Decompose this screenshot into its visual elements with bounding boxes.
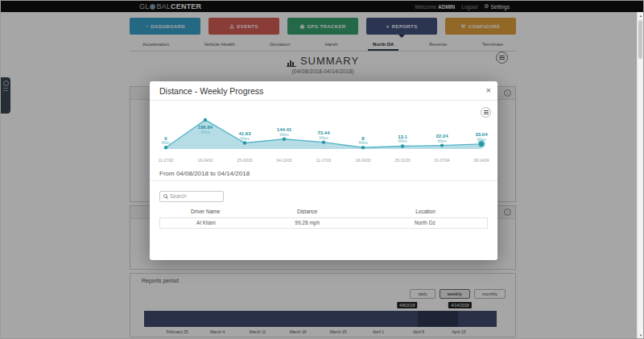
svg-text:Miles: Miles (437, 139, 447, 143)
modal-title: Distance - Weekly Progress (159, 86, 263, 96)
x-axis-label: 04-10/03 (277, 159, 292, 163)
cell-location: North Dz (363, 220, 487, 225)
divider (150, 180, 497, 181)
svg-text:186.84: 186.84 (198, 125, 213, 130)
svg-text:8: 8 (361, 136, 365, 141)
scrollbar-thumb[interactable] (638, 20, 642, 59)
svg-text:Miles: Miles (161, 141, 171, 145)
x-axis-label: 18-24/02 (198, 159, 213, 163)
x-axis-label: 11-17/03 (316, 159, 332, 163)
date-range-text: From 04/08/2018 to 04/14/2018 (159, 170, 488, 177)
svg-text:Miles: Miles (477, 138, 486, 142)
svg-text:13.1: 13.1 (398, 134, 407, 139)
svg-text:Miles: Miles (319, 136, 328, 140)
area-chart-svg: 0Miles186.84Miles41.63Miles144.41Miles73… (158, 104, 489, 155)
search-input[interactable] (170, 193, 220, 199)
x-axis-label: 25-03/03 (237, 159, 253, 163)
svg-text:33.04: 33.04 (475, 132, 488, 137)
svg-text:Miles: Miles (200, 130, 210, 134)
svg-text:73.44: 73.44 (317, 130, 330, 135)
weekly-progress-modal: Distance - Weekly Progress × 0Miles186.8… (150, 81, 497, 260)
x-axis-label: 11-17/02 (159, 159, 174, 163)
x-axis-label: 18-24/03 (356, 159, 371, 163)
svg-text:144.41: 144.41 (277, 127, 292, 132)
scrollbar[interactable]: ▲ ▼ (637, 12, 643, 339)
drivers-table: Driver Name Distance Location Al Kilani … (159, 206, 488, 229)
svg-text:Miles: Miles (358, 141, 368, 145)
x-axis-label: 01-07/04 (435, 159, 450, 163)
search-icon (163, 194, 167, 198)
svg-text:0: 0 (164, 136, 167, 141)
svg-text:Miles: Miles (279, 133, 289, 137)
chart-axis-labels: 11-17/0218-24/0225-03/0304-10/0311-17/03… (158, 159, 489, 165)
search-box (159, 191, 224, 202)
svg-text:Miles: Miles (398, 139, 407, 143)
column-distance: Distance (251, 209, 363, 214)
column-driver-name: Driver Name (159, 209, 251, 214)
scroll-up-arrow[interactable]: ▲ (638, 14, 644, 18)
column-location: Location (363, 209, 488, 214)
svg-text:Miles: Miles (240, 137, 250, 141)
cell-distance: 99.28 mph (252, 220, 363, 225)
x-axis-label: 08-14/04 (474, 159, 489, 163)
svg-text:22.24: 22.24 (436, 134, 448, 138)
modal-header: Distance - Weekly Progress × (150, 81, 497, 101)
weekly-area-chart: 0Miles186.84Miles41.63Miles144.41Miles73… (158, 104, 489, 165)
page: GLBALCENTER Welcome ADMIN Logout Setting… (1, 1, 643, 338)
svg-text:41.63: 41.63 (238, 131, 251, 136)
table-row[interactable]: Al Kilani 99.28 mph North Dz (159, 217, 488, 229)
table-header-row: Driver Name Distance Location (159, 206, 488, 217)
cell-driver-name: Al Kilani (160, 220, 252, 225)
scroll-down-arrow[interactable]: ▼ (638, 333, 644, 337)
x-axis-label: 25-31/03 (395, 159, 411, 163)
close-icon[interactable]: × (486, 84, 491, 97)
